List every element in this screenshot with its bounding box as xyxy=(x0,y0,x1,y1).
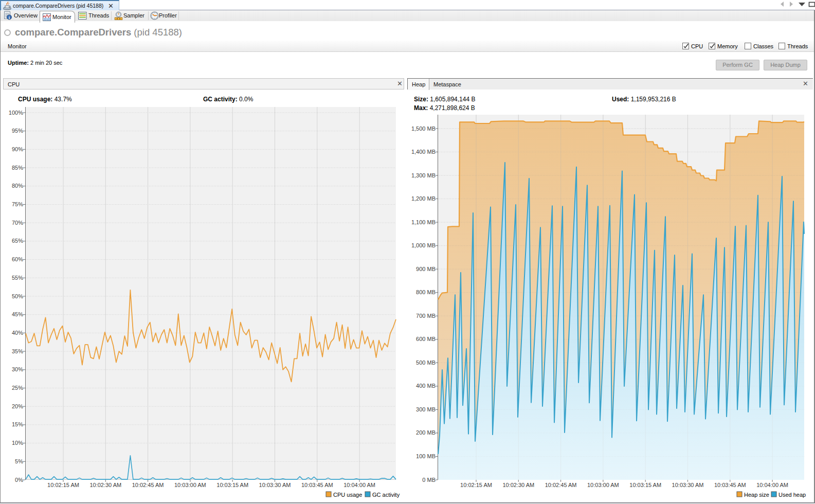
svg-text:10:03:15 AM: 10:03:15 AM xyxy=(629,482,661,488)
svg-text:10%: 10% xyxy=(12,440,23,446)
svg-text:0%: 0% xyxy=(15,477,23,483)
svg-text:85%: 85% xyxy=(12,165,23,171)
svg-text:45%: 45% xyxy=(12,311,23,317)
svg-text:95%: 95% xyxy=(12,128,23,134)
svg-text:10:02:45 AM: 10:02:45 AM xyxy=(545,482,577,488)
svg-text:1,000 MB: 1,000 MB xyxy=(411,242,436,248)
svg-text:40%: 40% xyxy=(12,330,23,336)
svg-text:50%: 50% xyxy=(12,293,23,299)
svg-text:10:03:00 AM: 10:03:00 AM xyxy=(587,482,619,488)
svg-text:Heap size: Heap size xyxy=(744,492,769,498)
svg-text:70%: 70% xyxy=(12,220,23,226)
svg-text:30%: 30% xyxy=(12,366,23,372)
svg-text:500 MB: 500 MB xyxy=(416,359,436,366)
svg-text:10:03:00 AM: 10:03:00 AM xyxy=(174,482,206,488)
svg-text:5%: 5% xyxy=(15,458,23,464)
svg-text:200 MB: 200 MB xyxy=(416,429,436,436)
svg-text:10:03:45 AM: 10:03:45 AM xyxy=(714,482,746,488)
svg-text:25%: 25% xyxy=(12,385,23,391)
svg-text:90%: 90% xyxy=(12,146,23,152)
svg-text:55%: 55% xyxy=(12,275,23,281)
svg-text:10:02:30 AM: 10:02:30 AM xyxy=(89,482,121,488)
svg-text:GC activity: GC activity xyxy=(372,492,400,498)
svg-text:15%: 15% xyxy=(12,421,23,427)
svg-text:20%: 20% xyxy=(12,403,23,409)
svg-text:900 MB: 900 MB xyxy=(416,266,436,272)
svg-text:300 MB: 300 MB xyxy=(416,406,436,412)
svg-text:1,300 MB: 1,300 MB xyxy=(411,172,436,178)
svg-text:0 MB: 0 MB xyxy=(422,477,436,483)
svg-text:60%: 60% xyxy=(12,256,23,262)
svg-text:1,500 MB: 1,500 MB xyxy=(411,125,436,132)
svg-text:10:03:15 AM: 10:03:15 AM xyxy=(216,482,248,488)
svg-text:400 MB: 400 MB xyxy=(416,383,436,389)
svg-text:10:02:15 AM: 10:02:15 AM xyxy=(460,482,492,488)
svg-text:10:02:15 AM: 10:02:15 AM xyxy=(47,482,79,488)
svg-text:1,200 MB: 1,200 MB xyxy=(411,195,436,202)
svg-text:10:03:30 AM: 10:03:30 AM xyxy=(672,482,704,488)
svg-text:1,400 MB: 1,400 MB xyxy=(411,149,436,155)
svg-text:100%: 100% xyxy=(9,110,23,116)
svg-text:1,100 MB: 1,100 MB xyxy=(411,219,436,225)
svg-text:35%: 35% xyxy=(12,348,23,354)
svg-text:10:04:00 AM: 10:04:00 AM xyxy=(756,482,788,488)
svg-text:80%: 80% xyxy=(12,183,23,189)
svg-text:10:02:30 AM: 10:02:30 AM xyxy=(502,482,534,488)
svg-text:10:03:30 AM: 10:03:30 AM xyxy=(259,482,291,488)
svg-text:75%: 75% xyxy=(12,201,23,207)
svg-text:10:03:45 AM: 10:03:45 AM xyxy=(301,482,333,488)
svg-text:CPU usage: CPU usage xyxy=(333,492,362,498)
svg-text:10:02:45 AM: 10:02:45 AM xyxy=(132,482,164,488)
svg-text:10:04:00 AM: 10:04:00 AM xyxy=(343,482,375,488)
svg-text:800 MB: 800 MB xyxy=(416,289,436,295)
svg-text:65%: 65% xyxy=(12,238,23,244)
svg-text:100 MB: 100 MB xyxy=(416,453,436,459)
svg-text:600 MB: 600 MB xyxy=(416,336,436,342)
svg-text:Used heap: Used heap xyxy=(778,492,806,498)
svg-text:700 MB: 700 MB xyxy=(416,313,436,319)
